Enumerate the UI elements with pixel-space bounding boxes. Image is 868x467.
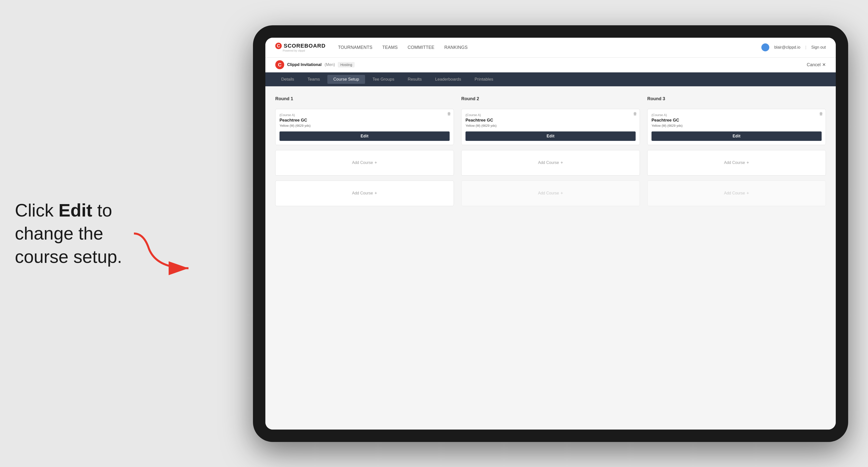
round-1-course-label: (Course A) bbox=[279, 113, 450, 117]
round-2-delete-button[interactable]: 🗑 bbox=[633, 112, 637, 116]
tournament-info: C Clippd Invitational (Men) Hosting bbox=[275, 60, 354, 69]
tab-teams[interactable]: Teams bbox=[302, 75, 326, 84]
rounds-grid: Round 1 🗑 (Course A) Peachtree GC Yellow… bbox=[275, 96, 826, 206]
tournament-bar: C Clippd Invitational (Men) Hosting Canc… bbox=[266, 58, 836, 72]
round-2-course-label: (Course A) bbox=[465, 113, 636, 117]
hosting-badge: Hosting bbox=[338, 62, 354, 67]
tablet-screen: C SCOREBOARD Powered by clippd TOURNAMEN… bbox=[266, 38, 836, 430]
top-nav: C SCOREBOARD Powered by clippd TOURNAMEN… bbox=[266, 38, 836, 58]
round-2-add-course-1[interactable]: Add Course + bbox=[461, 150, 640, 176]
tab-results[interactable]: Results bbox=[402, 75, 428, 84]
tab-course-setup[interactable]: Course Setup bbox=[328, 75, 365, 84]
round-2-add-plus-2: + bbox=[560, 191, 563, 196]
round-1-add-course-2[interactable]: Add Course + bbox=[275, 181, 454, 206]
round-3-label: Round 3 bbox=[647, 96, 826, 101]
round-2-add-course-2: Add Course + bbox=[461, 181, 640, 206]
instruction-text: Click Edit tochange thecourse setup. bbox=[15, 199, 122, 268]
round-1-add-label-1: Add Course bbox=[352, 160, 373, 165]
round-3-add-label-2: Add Course bbox=[724, 191, 745, 195]
nav-tournaments[interactable]: TOURNAMENTS bbox=[338, 45, 372, 50]
round-1-course-tee: Yellow (M) (6629 yds) bbox=[279, 124, 450, 127]
round-2-add-plus-1: + bbox=[560, 160, 563, 165]
round-2-add-label-1: Add Course bbox=[538, 160, 559, 165]
tournament-gender: (Men) bbox=[324, 62, 335, 67]
round-3-edit-button[interactable]: Edit bbox=[651, 131, 822, 141]
round-3-add-course-2: Add Course + bbox=[647, 181, 826, 206]
logo-text: SCOREBOARD bbox=[284, 43, 326, 49]
tab-printables[interactable]: Printables bbox=[469, 75, 499, 84]
round-1-label: Round 1 bbox=[275, 96, 454, 101]
round-3-add-label-1: Add Course bbox=[724, 160, 745, 165]
round-3-course-label: (Course A) bbox=[651, 113, 822, 117]
main-content: Round 1 🗑 (Course A) Peachtree GC Yellow… bbox=[266, 86, 836, 430]
tab-bar: Details Teams Course Setup Tee Groups Re… bbox=[266, 72, 836, 86]
round-3-column: Round 3 🗑 (Course A) Peachtree GC Yellow… bbox=[647, 96, 826, 206]
round-1-column: Round 1 🗑 (Course A) Peachtree GC Yellow… bbox=[275, 96, 454, 206]
logo-area: C SCOREBOARD Powered by clippd bbox=[275, 43, 326, 52]
tablet-frame: C SCOREBOARD Powered by clippd TOURNAMEN… bbox=[253, 25, 848, 442]
user-avatar bbox=[762, 43, 769, 51]
nav-committee[interactable]: COMMITTEE bbox=[408, 45, 434, 50]
logo-sub: Powered by clippd bbox=[283, 49, 326, 52]
nav-rankings[interactable]: RANKINGS bbox=[444, 45, 468, 50]
round-2-column: Round 2 🗑 (Course A) Peachtree GC Yellow… bbox=[461, 96, 640, 206]
tab-details[interactable]: Details bbox=[275, 75, 300, 84]
round-2-course-card: 🗑 (Course A) Peachtree GC Yellow (M) (66… bbox=[461, 109, 640, 145]
user-email: blair@clippd.io bbox=[774, 45, 800, 50]
round-1-add-label-2: Add Course bbox=[352, 191, 373, 195]
round-3-add-plus-2: + bbox=[746, 191, 749, 196]
tab-leaderboards[interactable]: Leaderboards bbox=[429, 75, 467, 84]
round-1-edit-button[interactable]: Edit bbox=[279, 131, 450, 141]
nav-separator: | bbox=[805, 45, 806, 50]
round-3-add-plus-1: + bbox=[746, 160, 749, 165]
arrow-container bbox=[129, 228, 198, 279]
cancel-button[interactable]: Cancel ✕ bbox=[807, 62, 826, 67]
round-1-add-course-1[interactable]: Add Course + bbox=[275, 150, 454, 176]
cancel-x-icon: ✕ bbox=[822, 62, 826, 67]
logo-c-icon: C bbox=[275, 43, 282, 49]
nav-right: blair@clippd.io | Sign out bbox=[762, 43, 826, 51]
instruction-bold: Edit bbox=[59, 200, 92, 220]
round-3-delete-button[interactable]: 🗑 bbox=[819, 112, 823, 116]
round-1-add-plus-2: + bbox=[374, 191, 377, 196]
nav-links: TOURNAMENTS TEAMS COMMITTEE RANKINGS bbox=[338, 45, 762, 50]
tournament-name: Clippd Invitational bbox=[287, 62, 322, 67]
round-2-edit-button[interactable]: Edit bbox=[465, 131, 636, 141]
sign-out-link[interactable]: Sign out bbox=[811, 45, 826, 50]
round-1-add-plus-1: + bbox=[374, 160, 377, 165]
arrow-icon bbox=[129, 228, 198, 278]
nav-teams[interactable]: TEAMS bbox=[382, 45, 398, 50]
round-1-delete-button[interactable]: 🗑 bbox=[447, 112, 451, 116]
round-1-course-name: Peachtree GC bbox=[279, 118, 450, 123]
round-3-course-tee: Yellow (M) (6629 yds) bbox=[651, 124, 822, 127]
round-2-course-name: Peachtree GC bbox=[465, 118, 636, 123]
cancel-label: Cancel bbox=[807, 62, 820, 67]
round-3-add-course-1[interactable]: Add Course + bbox=[647, 150, 826, 176]
round-2-course-tee: Yellow (M) (6629 yds) bbox=[465, 124, 636, 127]
round-3-course-card: 🗑 (Course A) Peachtree GC Yellow (M) (66… bbox=[647, 109, 826, 145]
round-3-course-name: Peachtree GC bbox=[651, 118, 822, 123]
tab-tee-groups[interactable]: Tee Groups bbox=[367, 75, 400, 84]
round-1-course-card: 🗑 (Course A) Peachtree GC Yellow (M) (66… bbox=[275, 109, 454, 145]
tournament-logo: C bbox=[275, 60, 284, 69]
round-2-add-label-2: Add Course bbox=[538, 191, 559, 195]
round-2-label: Round 2 bbox=[461, 96, 640, 101]
